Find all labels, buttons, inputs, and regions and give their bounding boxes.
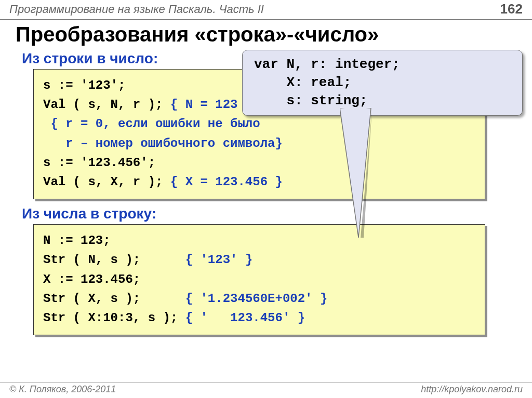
breadcrumb: Программирование на языке Паскаль. Часть… (9, 3, 264, 16)
svg-marker-0 (340, 108, 371, 238)
code-line: X := 123.456; (43, 272, 140, 286)
var-line: X: real; (254, 75, 351, 90)
page-number: 162 (500, 1, 523, 17)
code-comment: { N = 123 } (170, 98, 252, 112)
footer-url: http://kpolyakov.narod.ru (421, 384, 523, 395)
copyright: © К. Поляков, 2006-2011 (9, 384, 116, 395)
code-line: Str ( X:10:3, s ); (43, 311, 185, 325)
code-comment: { ' 123.456' } (185, 311, 305, 325)
code-comment: r – номер ошибочного символа} (43, 136, 283, 150)
variable-declaration-callout: var N, r: integer; X: real; s: string; (242, 50, 523, 116)
code-comment: { '1.234560E+002' } (185, 292, 328, 306)
code-comment: { X = 123.456 } (170, 175, 283, 189)
code-line: Str ( N, s ); (43, 253, 185, 267)
callout-bubble: var N, r: integer; X: real; s: string; (242, 50, 523, 116)
section2-heading: Из числа в строку: (22, 205, 532, 222)
code-comment: { r = 0, если ошибки не было (43, 117, 260, 131)
var-line: var N, r: integer; (254, 57, 400, 72)
var-line: s: string; (254, 93, 367, 108)
code-line: s := '123.456'; (43, 156, 155, 170)
code-comment: { '123' } (185, 253, 253, 267)
code-line: Str ( X, s ); (43, 292, 185, 306)
footer-bar: © К. Поляков, 2006-2011 http://kpolyakov… (0, 382, 532, 398)
code-line: Val ( s, N, r ); (43, 98, 170, 112)
code-line: Val ( s, X, r ); (43, 175, 170, 189)
code-line: N := 123; (43, 234, 111, 248)
code-box-number-to-string: N := 123; Str ( N, s ); { '123' } X := 1… (33, 224, 485, 335)
header-bar: Программирование на языке Паскаль. Часть… (0, 0, 532, 20)
code-line: s := '123'; (43, 78, 125, 92)
page-title: Преобразования «строка»-«число» (16, 23, 532, 46)
